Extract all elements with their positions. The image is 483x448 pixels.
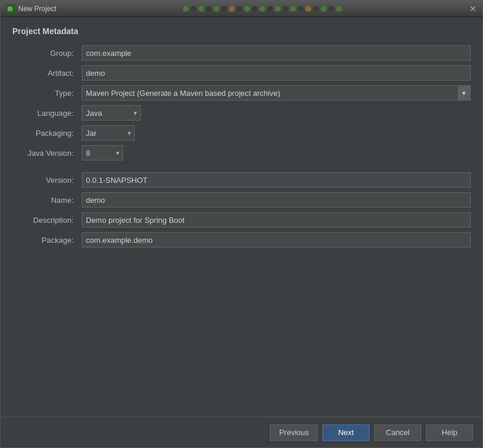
previous-button[interactable]: Previous [270, 424, 318, 441]
type-select-wrapper: Maven Project (Generate a Maven based pr… [82, 85, 471, 101]
language-select-wrapper: Java Kotlin Groovy ▼ [82, 105, 471, 121]
name-input-wrapper [82, 192, 471, 208]
app-icon [5, 4, 15, 14]
java-version-label: Java Version: [12, 149, 77, 158]
dot-4 [206, 6, 212, 12]
version-input-wrapper [82, 172, 471, 188]
new-project-window: New Project ✕ [0, 0, 483, 448]
dot-19 [321, 6, 327, 12]
dot-21 [336, 6, 342, 12]
dot-3 [198, 6, 204, 12]
package-label: Package: [12, 236, 77, 245]
next-button[interactable]: Next [322, 424, 369, 441]
dot-17 [305, 6, 311, 12]
spacer [12, 165, 471, 168]
version-label: Version: [12, 176, 77, 185]
dot-13 [275, 6, 281, 12]
language-wrapper: Java Kotlin Groovy ▼ [82, 105, 141, 121]
artifact-input[interactable] [82, 65, 471, 81]
packaging-select[interactable]: Jar War [82, 125, 135, 141]
dot-8 [236, 6, 242, 12]
title-decoration [56, 6, 468, 12]
dot-10 [252, 6, 258, 12]
dot-9 [244, 6, 250, 12]
dot-14 [282, 6, 288, 12]
version-input[interactable] [82, 172, 471, 188]
name-label: Name: [12, 196, 77, 205]
main-content: Project Metadata Group: Artifact: Type: [1, 17, 482, 417]
type-dropdown-arrow[interactable]: ▼ [458, 85, 471, 101]
title-bar: New Project ✕ [1, 1, 482, 17]
dot-1 [183, 6, 189, 12]
type-label: Type: [12, 89, 77, 98]
group-input[interactable] [82, 45, 471, 61]
packaging-select-wrapper: Jar War ▼ [82, 125, 471, 141]
dot-6 [221, 6, 227, 12]
java-version-select-wrapper: 8 11 17 ▼ [82, 145, 471, 161]
type-select[interactable]: Maven Project (Generate a Maven based pr… [82, 85, 471, 101]
title-bar-left: New Project [5, 4, 56, 14]
artifact-input-wrapper [82, 65, 471, 81]
svg-rect-0 [8, 6, 12, 11]
help-button[interactable]: Help [426, 424, 473, 441]
package-input[interactable] [82, 232, 471, 248]
cancel-button[interactable]: Cancel [374, 424, 421, 441]
dot-16 [298, 6, 304, 12]
dot-11 [259, 6, 265, 12]
artifact-label: Artifact: [12, 69, 77, 78]
group-input-wrapper [82, 45, 471, 61]
java-version-wrapper: 8 11 17 ▼ [82, 145, 123, 161]
close-button[interactable]: ✕ [468, 4, 478, 14]
description-input[interactable] [82, 212, 471, 228]
dot-18 [313, 6, 319, 12]
dot-20 [328, 6, 334, 12]
dot-7 [229, 6, 235, 12]
dot-2 [191, 6, 196, 12]
package-input-wrapper [82, 232, 471, 248]
packaging-wrapper: Jar War ▼ [82, 125, 135, 141]
description-input-wrapper [82, 212, 471, 228]
dot-5 [214, 6, 219, 12]
packaging-label: Packaging: [12, 129, 77, 138]
bottom-bar: Previous Next Cancel Help [1, 417, 482, 447]
section-title: Project Metadata [12, 26, 471, 36]
name-input[interactable] [82, 192, 471, 208]
java-version-select[interactable]: 8 11 17 [82, 145, 123, 161]
language-label: Language: [12, 109, 77, 118]
description-label: Description: [12, 216, 77, 225]
language-select[interactable]: Java Kotlin Groovy [82, 105, 141, 121]
group-label: Group: [12, 49, 77, 58]
form-grid: Group: Artifact: Type: Maven Project (Ge… [12, 45, 471, 248]
dot-12 [267, 6, 273, 12]
dot-15 [290, 6, 296, 12]
window-title: New Project [18, 5, 56, 13]
